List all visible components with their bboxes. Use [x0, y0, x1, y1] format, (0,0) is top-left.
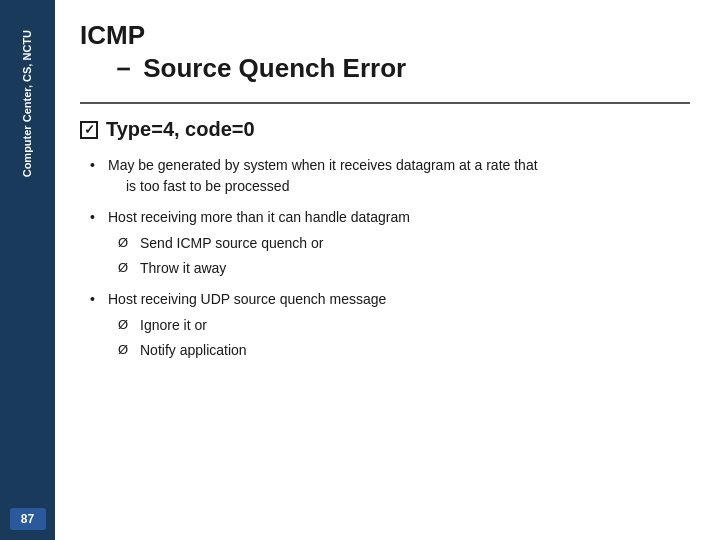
sub-item-text-4: Notify application	[140, 342, 247, 358]
divider	[80, 102, 690, 104]
sub-list-1: Send ICMP source quench or Throw it away	[108, 233, 690, 279]
sub-list-item: Ignore it or	[118, 315, 690, 336]
checkbox-icon	[80, 121, 98, 139]
title-line1: ICMP	[80, 20, 690, 51]
bullet-text-1: May be generated by system when it recei…	[108, 157, 690, 197]
sub-item-text-1: Send ICMP source quench or	[140, 235, 323, 251]
sub-list-2: Ignore it or Notify application	[108, 315, 690, 361]
sub-list-item: Throw it away	[118, 258, 690, 279]
section-heading: Type=4, code=0	[80, 118, 690, 141]
sidebar-label: Computer Center, CS, NCTU	[20, 30, 35, 177]
bullet-text-3: Host receiving UDP source quench message	[108, 291, 386, 307]
sub-item-text-3: Ignore it or	[140, 317, 207, 333]
page-number: 87	[10, 508, 46, 530]
sub-item-text-2: Throw it away	[140, 260, 226, 276]
sub-list-item: Send ICMP source quench or	[118, 233, 690, 254]
section-heading-text: Type=4, code=0	[106, 118, 255, 141]
main-content: ICMP － Source Quench Error Type=4, code=…	[55, 0, 720, 540]
title-line2: － Source Quench Error	[80, 51, 690, 86]
sub-list-item: Notify application	[118, 340, 690, 361]
list-item: Host receiving UDP source quench message…	[90, 289, 690, 361]
bullet-text-2: Host receiving more than it can handle d…	[108, 209, 410, 225]
list-item: May be generated by system when it recei…	[90, 155, 690, 197]
bullet-list: May be generated by system when it recei…	[80, 155, 690, 371]
bullet-text-1-cont: is too fast to be processed	[108, 176, 690, 197]
list-item: Host receiving more than it can handle d…	[90, 207, 690, 279]
title-section: ICMP － Source Quench Error	[80, 20, 690, 86]
sidebar: Computer Center, CS, NCTU 87	[0, 0, 55, 540]
